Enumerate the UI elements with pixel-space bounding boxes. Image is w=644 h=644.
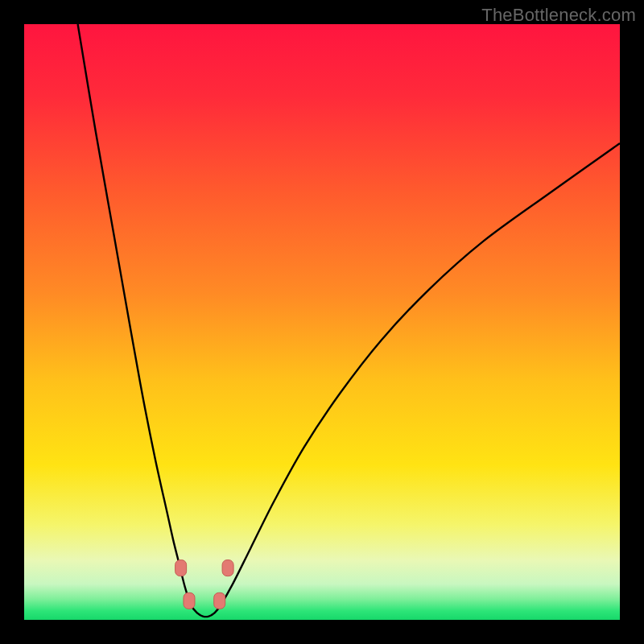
plot-area [24, 24, 620, 620]
bottleneck-chart [24, 24, 620, 620]
outer-frame: TheBottleneck.com [0, 0, 644, 644]
watermark-text: TheBottleneck.com [481, 5, 636, 26]
marker-dot [184, 592, 195, 609]
gradient-background [24, 24, 620, 620]
marker-dot [222, 560, 233, 576]
marker-dot [175, 560, 187, 576]
marker-dot [214, 592, 225, 609]
